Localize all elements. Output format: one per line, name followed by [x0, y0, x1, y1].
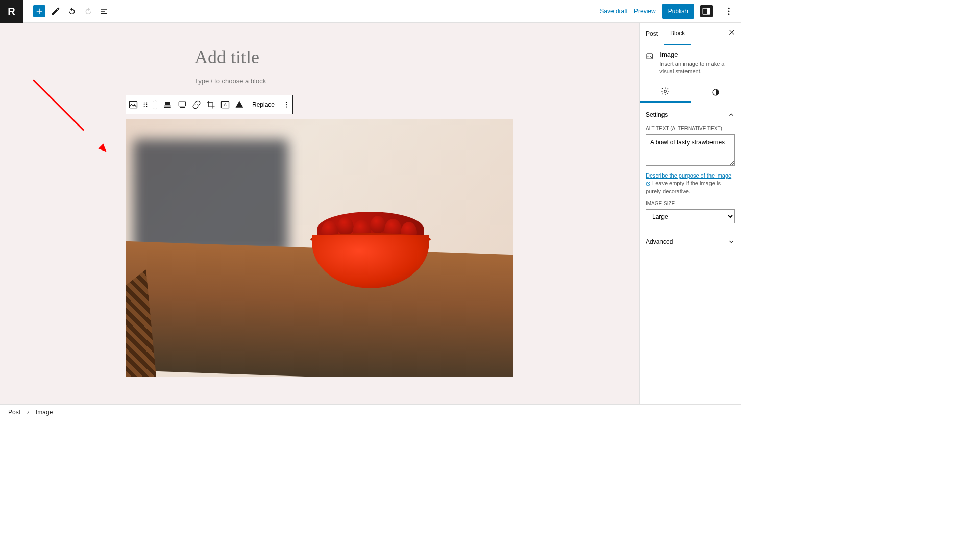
settings-section-toggle[interactable]: Settings	[646, 109, 735, 120]
drag-icon	[142, 101, 149, 108]
styles-icon	[711, 88, 720, 97]
site-logo[interactable]: R	[0, 0, 23, 23]
block-more-button[interactable]	[280, 95, 292, 114]
svg-point-6	[144, 103, 145, 104]
add-block-button[interactable]	[33, 5, 45, 17]
alt-text-help: Describe the purpose of the image Leave …	[646, 172, 735, 195]
editor-canvas[interactable]: Add title Type / to choose a block ︿ ﹀	[0, 23, 639, 404]
block-info: Image Insert an image to make a visual s…	[640, 44, 741, 82]
section-heading: Settings	[646, 111, 668, 118]
main-area: Add title Type / to choose a block ︿ ﹀	[0, 23, 741, 404]
close-icon	[728, 28, 736, 36]
settings-section: Settings ALT TEXT (ALTERNATIVE TEXT) Des…	[640, 103, 741, 230]
crop-button[interactable]	[204, 95, 218, 114]
breadcrumb-post[interactable]: Post	[8, 409, 20, 416]
tab-block[interactable]: Block	[664, 22, 691, 45]
caption-button[interactable]	[175, 95, 189, 114]
toolbar-right: Save draft Preview Publish	[600, 4, 741, 19]
section-heading: Advanced	[646, 238, 673, 245]
svg-rect-13	[164, 106, 170, 107]
text-overlay-icon: A	[220, 99, 230, 110]
replace-button[interactable]: Replace	[247, 95, 280, 114]
drag-handle-button[interactable]	[140, 95, 151, 114]
chevron-up-icon	[728, 111, 735, 118]
more-options-button[interactable]	[723, 5, 735, 17]
crop-icon	[206, 99, 216, 110]
svg-point-10	[144, 106, 145, 107]
chevron-down-icon: ﹀	[153, 106, 158, 113]
document-overview-button[interactable]	[99, 5, 111, 17]
svg-point-9	[146, 104, 147, 105]
image-block[interactable]	[126, 119, 513, 377]
breadcrumb-image[interactable]: Image	[36, 409, 53, 416]
preview-button[interactable]: Preview	[634, 8, 656, 15]
block-placeholder-hint[interactable]: Type / to choose a block	[194, 77, 513, 85]
alt-text-input[interactable]	[646, 134, 735, 166]
publish-button[interactable]: Publish	[662, 4, 694, 19]
advanced-section: Advanced	[640, 230, 741, 254]
block-type-button[interactable]	[126, 95, 140, 114]
external-link-icon	[646, 181, 651, 186]
duotone-button[interactable]	[232, 95, 247, 114]
tab-post[interactable]: Post	[640, 23, 664, 44]
advanced-section-toggle[interactable]: Advanced	[646, 236, 735, 247]
svg-rect-12	[165, 102, 170, 105]
subtab-settings[interactable]	[640, 82, 691, 103]
toolbar-left: R	[0, 0, 111, 23]
move-down-button[interactable]: ﹀	[151, 105, 160, 114]
alt-text-label: ALT TEXT (ALTERNATIVE TEXT)	[646, 126, 735, 131]
svg-point-23	[664, 90, 667, 93]
post-title-input[interactable]: Add title	[194, 43, 513, 77]
svg-point-7	[146, 103, 147, 104]
tools-button[interactable]	[50, 5, 62, 17]
list-view-icon	[100, 6, 110, 16]
text-overlay-button[interactable]: A	[218, 95, 232, 114]
align-button[interactable]	[160, 95, 175, 114]
annotation-arrow	[33, 79, 105, 81]
svg-rect-16	[180, 107, 185, 108]
gear-icon	[660, 87, 670, 96]
breadcrumb: Post Image	[0, 404, 741, 419]
svg-point-4	[728, 13, 730, 15]
undo-button[interactable]	[66, 5, 78, 17]
svg-point-11	[146, 106, 147, 107]
svg-point-19	[286, 102, 287, 103]
sidebar-subtabs	[640, 82, 741, 103]
image-content	[312, 212, 429, 288]
svg-rect-14	[164, 107, 170, 108]
svg-point-8	[144, 104, 145, 105]
settings-sidebar: Post Block Image Insert an image to make…	[639, 23, 741, 404]
svg-point-21	[286, 106, 287, 107]
pencil-icon	[51, 6, 61, 16]
subtab-styles[interactable]	[691, 82, 742, 103]
align-icon	[162, 99, 173, 110]
image-icon	[646, 51, 653, 62]
svg-rect-15	[179, 102, 185, 106]
close-sidebar-button[interactable]	[728, 28, 736, 36]
block-toolbar: ︿ ﹀	[126, 95, 293, 114]
top-toolbar: R Save draft Preview Publish	[0, 0, 741, 23]
kebab-icon	[724, 6, 734, 16]
image-size-select[interactable]: Large	[646, 209, 735, 223]
alt-help-link[interactable]: Describe the purpose of the image	[646, 172, 731, 179]
image-icon	[128, 99, 138, 110]
svg-rect-5	[130, 101, 137, 108]
image-size-label: IMAGE SIZE	[646, 201, 735, 206]
svg-point-20	[286, 104, 287, 105]
caption-icon	[177, 99, 187, 110]
kebab-icon	[282, 100, 291, 109]
link-button[interactable]	[189, 95, 204, 114]
redo-button[interactable]	[82, 5, 94, 17]
chevron-down-icon	[728, 238, 735, 245]
move-up-button[interactable]: ︿	[151, 95, 160, 105]
alt-help-text: Leave empty if the image is purely decor…	[646, 180, 721, 194]
content-wrapper: Add title Type / to choose a block ︿ ﹀	[126, 23, 513, 377]
sidebar-tabs: Post Block	[640, 23, 741, 44]
settings-toggle-button[interactable]	[700, 5, 713, 17]
chevron-right-icon	[26, 410, 31, 415]
block-name: Image	[659, 51, 735, 58]
link-icon	[191, 99, 202, 110]
save-draft-button[interactable]: Save draft	[600, 8, 628, 15]
undo-icon	[67, 6, 77, 16]
svg-text:A: A	[224, 102, 227, 107]
